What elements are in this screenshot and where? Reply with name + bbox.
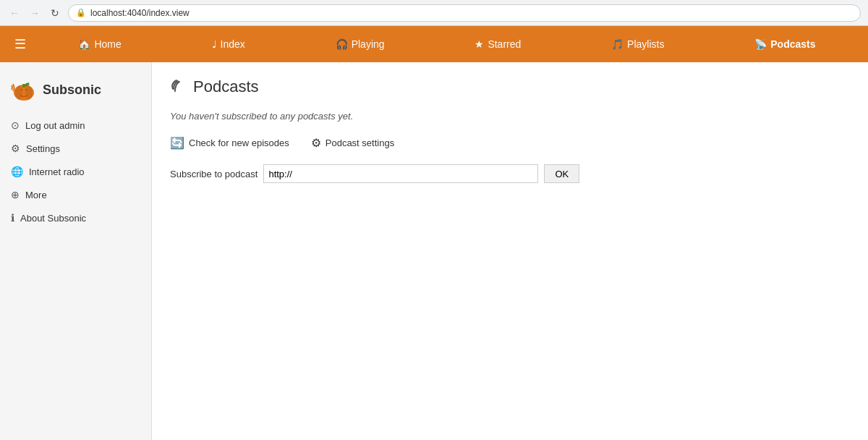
- logout-icon: ⊙: [11, 119, 20, 131]
- more-icon: ⊕: [11, 189, 20, 200]
- page-title-text: Podcasts: [193, 77, 259, 96]
- subscribe-input[interactable]: [263, 164, 538, 183]
- nav-item-playlists-label: Playlists: [627, 38, 664, 50]
- sidebar-item-about-label: About Subsonic: [20, 213, 86, 224]
- subscribe-row: Subscribe to podcast OK: [170, 164, 850, 183]
- sidebar-item-logout-label: Log out admin: [25, 120, 85, 131]
- hamburger-icon: ☰: [14, 36, 26, 52]
- forward-button[interactable]: →: [27, 6, 42, 20]
- nav-item-podcasts-label: Podcasts: [770, 38, 815, 50]
- address-text: localhost:4040/index.view: [90, 8, 190, 18]
- nav-item-starred-label: Starred: [488, 38, 521, 50]
- podcast-settings-link[interactable]: ⚙ Podcast settings: [311, 136, 394, 150]
- browser-chrome: ← → ↻ 🔒 localhost:4040/index.view: [0, 0, 868, 26]
- nav-item-index[interactable]: ♩ Index: [201, 38, 256, 50]
- empty-message: You haven't subscribed to any podcasts y…: [170, 111, 850, 122]
- reload-button[interactable]: ↻: [48, 6, 62, 20]
- page-title: Podcasts: [170, 77, 850, 96]
- playing-icon: 🎧: [336, 38, 348, 50]
- sidebar-item-settings[interactable]: ⚙ Settings: [0, 137, 151, 160]
- playlists-icon: 🎵: [611, 38, 624, 50]
- nav-item-home[interactable]: 🏠 Home: [67, 38, 132, 50]
- nav-items: 🏠 Home ♩ Index 🎧 Playing ★ Starred 🎵 Pla…: [33, 38, 861, 50]
- nav-item-podcasts[interactable]: 📡 Podcasts: [744, 38, 826, 50]
- settings-icon: ⚙: [11, 143, 20, 154]
- actions-row: 🔄 Check for new episodes ⚙ Podcast setti…: [170, 136, 850, 150]
- starred-icon: ★: [475, 38, 484, 50]
- main-content: Podcasts You haven't subscribed to any p…: [152, 62, 868, 440]
- sidebar-item-internet-radio-label: Internet radio: [29, 166, 85, 177]
- about-icon: ℹ: [11, 212, 14, 224]
- back-button[interactable]: ←: [7, 6, 22, 20]
- hamburger-button[interactable]: ☰: [7, 36, 33, 52]
- internet-radio-icon: 🌐: [11, 166, 23, 177]
- pumpkin-logo: [11, 77, 37, 103]
- podcasts-icon: [170, 77, 186, 96]
- sidebar: Subsonic ⊙ Log out admin ⚙ Settings 🌐 In…: [0, 62, 152, 440]
- nav-item-starred[interactable]: ★ Starred: [464, 38, 532, 50]
- sidebar-logo: Subsonic: [0, 73, 151, 114]
- index-icon: ♩: [212, 38, 217, 50]
- subscribe-label: Subscribe to podcast: [170, 169, 258, 179]
- address-bar[interactable]: 🔒 localhost:4040/index.view: [68, 4, 861, 22]
- ok-button[interactable]: OK: [544, 164, 579, 183]
- nav-item-playing-label: Playing: [352, 38, 385, 50]
- podcast-settings-label: Podcast settings: [326, 138, 394, 148]
- podcasts-nav-icon: 📡: [754, 38, 767, 50]
- sidebar-item-logout[interactable]: ⊙ Log out admin: [0, 114, 151, 137]
- address-lock-icon: 🔒: [76, 8, 86, 17]
- check-episodes-label: Check for new episodes: [189, 138, 289, 148]
- sidebar-item-about[interactable]: ℹ About Subsonic: [0, 206, 151, 229]
- svg-point-7: [172, 88, 174, 90]
- app-layout: Subsonic ⊙ Log out admin ⚙ Settings 🌐 In…: [0, 62, 868, 440]
- sidebar-item-internet-radio[interactable]: 🌐 Internet radio: [0, 160, 151, 183]
- gear-settings-icon: ⚙: [311, 136, 321, 150]
- nav-item-playlists[interactable]: 🎵 Playlists: [600, 38, 675, 50]
- refresh-icon: 🔄: [170, 136, 184, 150]
- app-name: Subsonic: [43, 82, 101, 98]
- nav-item-home-label: Home: [94, 38, 121, 50]
- svg-point-3: [15, 85, 22, 100]
- sidebar-item-settings-label: Settings: [26, 143, 60, 154]
- home-icon: 🏠: [78, 38, 90, 50]
- nav-item-index-label: Index: [221, 38, 245, 50]
- svg-point-4: [25, 85, 33, 100]
- top-nav: ☰ 🏠 Home ♩ Index 🎧 Playing ★ Starred 🎵 P…: [0, 26, 868, 62]
- nav-item-playing[interactable]: 🎧 Playing: [325, 38, 396, 50]
- sidebar-item-more[interactable]: ⊕ More: [0, 183, 151, 206]
- check-episodes-link[interactable]: 🔄 Check for new episodes: [170, 136, 289, 150]
- sidebar-item-more-label: More: [25, 190, 47, 200]
